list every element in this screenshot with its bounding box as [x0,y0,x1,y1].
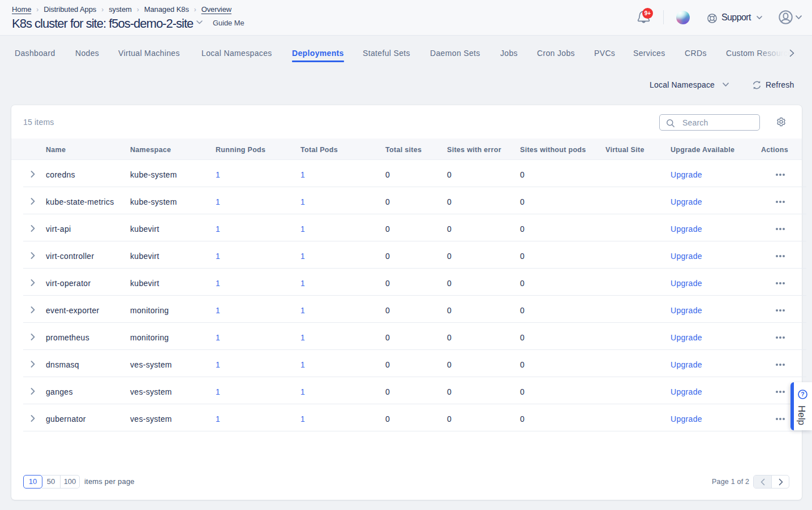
svg-text:?: ? [801,391,804,397]
